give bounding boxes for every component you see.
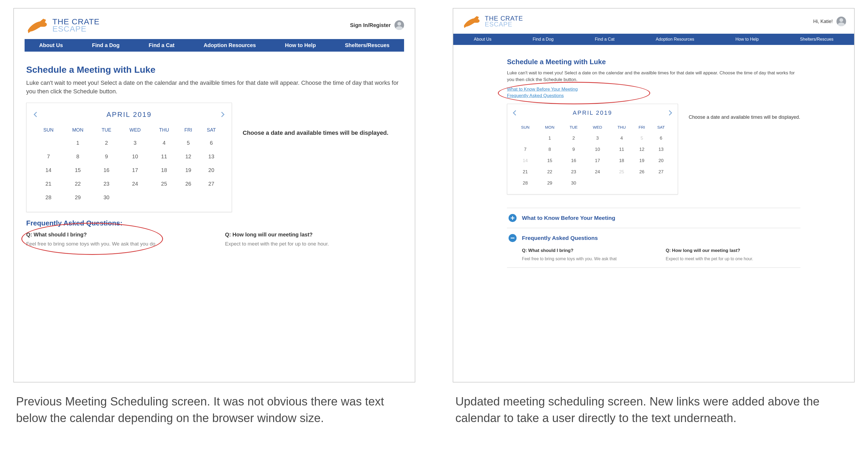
calendar-day-cell[interactable]: 12 xyxy=(633,144,650,155)
signin-label[interactable]: Sign In/Register xyxy=(350,22,391,28)
calendar-day-cell[interactable]: 13 xyxy=(651,144,671,155)
prev-month-button[interactable] xyxy=(513,110,518,116)
calendar-day-cell[interactable]: 17 xyxy=(585,155,610,166)
calendar-day-cell[interactable]: 10 xyxy=(585,144,610,155)
avatar-icon[interactable] xyxy=(395,20,404,30)
next-month-button[interactable] xyxy=(667,110,672,116)
calendar-day-cell[interactable]: 20 xyxy=(651,155,671,166)
nav-find-cat[interactable]: Find a Cat xyxy=(593,34,617,45)
expand-icon[interactable] xyxy=(508,214,517,222)
calendar-day-cell[interactable]: 10 xyxy=(120,150,151,164)
anchor-links: What to Know Before Your Meeting Frequen… xyxy=(507,87,800,98)
prev-month-button[interactable] xyxy=(34,112,39,117)
calendar-day-cell[interactable]: 14 xyxy=(34,164,62,177)
dog-icon xyxy=(25,16,49,34)
calendar-day-cell[interactable]: 11 xyxy=(610,144,633,155)
calendar-day-cell[interactable]: 8 xyxy=(537,144,562,155)
calendar-day-cell[interactable]: 23 xyxy=(562,166,585,178)
calendar-day-cell[interactable]: 29 xyxy=(537,178,562,189)
nav-shelters[interactable]: Shelters/Rescues xyxy=(798,34,835,45)
calendar-day-cell[interactable]: 21 xyxy=(514,166,537,178)
calendar-day-cell[interactable]: 28 xyxy=(34,191,62,204)
nav-adoption[interactable]: Adoption Resources xyxy=(654,34,696,45)
calendar-day-cell[interactable]: 22 xyxy=(62,177,93,191)
calendar-day-cell[interactable]: 18 xyxy=(151,164,178,177)
nav-shelters[interactable]: Shelters/Rescues xyxy=(343,39,392,52)
calendar-day-cell[interactable]: 19 xyxy=(178,164,199,177)
nav-adoption[interactable]: Adoption Resources xyxy=(202,39,258,52)
anchor-what-to-know[interactable]: What to Know Before Your Meeting xyxy=(507,87,800,92)
brand-logo[interactable]: THE CRATE ESCAPE xyxy=(461,14,523,29)
calendar-day-cell[interactable]: 27 xyxy=(199,177,224,191)
calendar-day-cell[interactable]: 26 xyxy=(178,177,199,191)
calendar-day-cell[interactable]: 21 xyxy=(34,177,62,191)
calendar-day-cell[interactable]: 14 xyxy=(514,155,537,166)
accordion-header[interactable]: Frequently Asked Questions xyxy=(507,228,800,248)
calendar-day-cell xyxy=(120,191,151,204)
calendar-day-cell[interactable]: 9 xyxy=(562,144,585,155)
calendar-day-cell[interactable]: 5 xyxy=(633,133,650,144)
calendar-day-cell[interactable]: 7 xyxy=(34,150,62,164)
calendar-day-cell[interactable]: 18 xyxy=(610,155,633,166)
calendar-month: APRIL 2019 xyxy=(573,109,612,116)
calendar-day-cell[interactable]: 19 xyxy=(633,155,650,166)
account-area[interactable]: Hi, Katie! xyxy=(813,17,846,26)
calendar-day-cell[interactable]: 2 xyxy=(93,136,120,150)
calendar-day-cell[interactable]: 15 xyxy=(62,164,93,177)
nav-find-cat[interactable]: Find a Cat xyxy=(147,39,177,52)
anchor-faq[interactable]: Frequently Asked Questions xyxy=(507,93,800,98)
calendar-day-cell[interactable]: 22 xyxy=(537,166,562,178)
calendar-day-cell[interactable]: 12 xyxy=(178,150,199,164)
calendar-day-cell[interactable]: 24 xyxy=(120,177,151,191)
nav-about-us[interactable]: About Us xyxy=(472,34,494,45)
page-intro: Luke can't wait to meet you! Select a da… xyxy=(26,79,402,96)
brand-logo[interactable]: THE CRATE ESCAPE xyxy=(25,16,100,34)
calendar-day-cell[interactable]: 24 xyxy=(585,166,610,178)
calendar-day-cell[interactable]: 3 xyxy=(585,133,610,144)
caption-right: Updated meeting scheduling screen. New l… xyxy=(455,393,852,426)
avatar-icon[interactable] xyxy=(836,17,846,26)
page-content: Schedule a Meeting with Luke Luke can't … xyxy=(505,45,802,268)
nav-how-help[interactable]: How to Help xyxy=(283,39,318,52)
calendar-day-cell[interactable]: 17 xyxy=(120,164,151,177)
calendar-day-cell[interactable]: 1 xyxy=(62,136,93,150)
accordion-item-know-before: What to Know Before Your Meeting xyxy=(507,208,800,228)
calendar-day-cell[interactable]: 15 xyxy=(537,155,562,166)
calendar-day-cell[interactable]: 16 xyxy=(562,155,585,166)
nav-find-dog[interactable]: Find a Dog xyxy=(530,34,556,45)
caption-left: Previous Meeting Scheduling screen. It w… xyxy=(16,393,413,426)
calendar-day-header: MON xyxy=(62,124,93,136)
calendar-day-cell[interactable]: 25 xyxy=(610,166,633,178)
accordion-header[interactable]: What to Know Before Your Meeting xyxy=(507,208,800,228)
calendar-day-cell[interactable]: 9 xyxy=(93,150,120,164)
calendar-day-cell[interactable]: 30 xyxy=(562,178,585,189)
calendar-day-cell[interactable]: 20 xyxy=(199,164,224,177)
calendar-day-cell[interactable]: 29 xyxy=(62,191,93,204)
nav-how-help[interactable]: How to Help xyxy=(733,34,761,45)
calendar-day-cell[interactable]: 4 xyxy=(151,136,178,150)
calendar-day-cell[interactable]: 2 xyxy=(562,133,585,144)
calendar-day-cell[interactable]: 30 xyxy=(93,191,120,204)
calendar-day-cell[interactable]: 27 xyxy=(651,166,671,178)
calendar-day-cell[interactable]: 13 xyxy=(199,150,224,164)
calendar-day-cell[interactable]: 26 xyxy=(633,166,650,178)
nav-find-dog[interactable]: Find a Dog xyxy=(90,39,122,52)
calendar-day-cell[interactable]: 23 xyxy=(93,177,120,191)
calendar-day-cell[interactable]: 8 xyxy=(62,150,93,164)
calendar-day-cell[interactable]: 11 xyxy=(151,150,178,164)
calendar-day-cell[interactable]: 1 xyxy=(537,133,562,144)
calendar-day-cell[interactable]: 25 xyxy=(151,177,178,191)
calendar-day-cell[interactable]: 28 xyxy=(514,178,537,189)
calendar-day-header: SUN xyxy=(514,122,537,133)
collapse-icon[interactable] xyxy=(508,234,517,242)
calendar-day-cell[interactable]: 5 xyxy=(178,136,199,150)
calendar-day-cell[interactable]: 6 xyxy=(651,133,671,144)
calendar-day-cell[interactable]: 4 xyxy=(610,133,633,144)
next-month-button[interactable] xyxy=(219,112,224,117)
calendar-day-cell[interactable]: 16 xyxy=(93,164,120,177)
calendar-day-cell[interactable]: 6 xyxy=(199,136,224,150)
calendar-day-cell[interactable]: 3 xyxy=(120,136,151,150)
account-area[interactable]: Sign In/Register xyxy=(350,20,404,30)
nav-about-us[interactable]: About Us xyxy=(37,39,65,52)
calendar-day-cell[interactable]: 7 xyxy=(514,144,537,155)
